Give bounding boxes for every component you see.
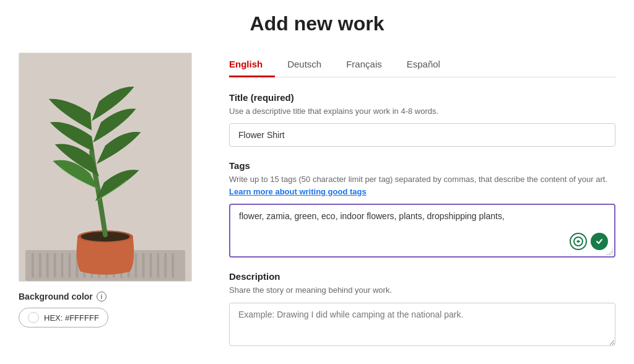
- svg-rect-17: [135, 253, 137, 278]
- tags-icon-1[interactable]: [570, 233, 587, 250]
- title-label: Title (required): [229, 92, 615, 103]
- hex-color-badge[interactable]: HEX: #FFFFFF: [19, 308, 108, 327]
- description-hint: Share the story or meaning behind your w…: [229, 284, 615, 297]
- svg-rect-7: [61, 253, 64, 278]
- description-section: Description Share the story or meaning b…: [229, 271, 615, 348]
- tags-action-icons: [570, 233, 608, 250]
- artwork-image: [19, 53, 192, 282]
- language-tabs: English Deutsch Français Español: [229, 53, 615, 77]
- info-icon[interactable]: i: [97, 292, 106, 301]
- hex-value: HEX: #FFFFFF: [44, 313, 99, 323]
- svg-rect-22: [172, 253, 174, 278]
- tab-deutsch[interactable]: Deutsch: [275, 53, 334, 77]
- tags-hint: Write up to 15 tags (50 character limit …: [229, 173, 615, 197]
- title-section: Title (required) Use a descriptive title…: [229, 92, 615, 147]
- svg-rect-20: [157, 253, 159, 278]
- svg-rect-4: [39, 253, 41, 278]
- tags-label: Tags: [229, 160, 615, 171]
- svg-rect-8: [68, 253, 71, 278]
- svg-rect-18: [142, 253, 145, 278]
- tab-espanol[interactable]: Español: [394, 53, 453, 77]
- svg-rect-19: [149, 253, 152, 278]
- svg-rect-6: [54, 253, 56, 278]
- page-title: Add new work: [19, 12, 615, 35]
- left-panel: Background color i HEX: #FFFFFF: [19, 53, 204, 327]
- description-input[interactable]: [229, 303, 615, 346]
- tags-learn-more-link[interactable]: Learn more about writing good tags: [229, 187, 367, 196]
- right-panel: English Deutsch Français Español Title (…: [229, 53, 615, 362]
- tab-francais[interactable]: Français: [334, 53, 394, 77]
- title-input[interactable]: [229, 123, 615, 147]
- tags-input[interactable]: flower, zamia, green, eco, indoor flower…: [239, 211, 577, 248]
- background-color-section: Background color i HEX: #FFFFFF: [19, 292, 204, 327]
- svg-rect-3: [32, 253, 34, 278]
- tags-section: Tags Write up to 15 tags (50 character l…: [229, 160, 615, 258]
- tab-english[interactable]: English: [229, 53, 275, 77]
- svg-point-27: [594, 236, 604, 246]
- color-swatch: [28, 312, 39, 323]
- title-hint: Use a descriptive title that explains yo…: [229, 105, 615, 118]
- tags-input-wrapper: flower, zamia, green, eco, indoor flower…: [229, 204, 615, 258]
- description-label: Description: [229, 271, 615, 282]
- background-color-label: Background color i: [19, 292, 204, 301]
- svg-rect-21: [164, 253, 167, 278]
- svg-rect-5: [46, 253, 49, 278]
- resize-handle[interactable]: [606, 248, 613, 255]
